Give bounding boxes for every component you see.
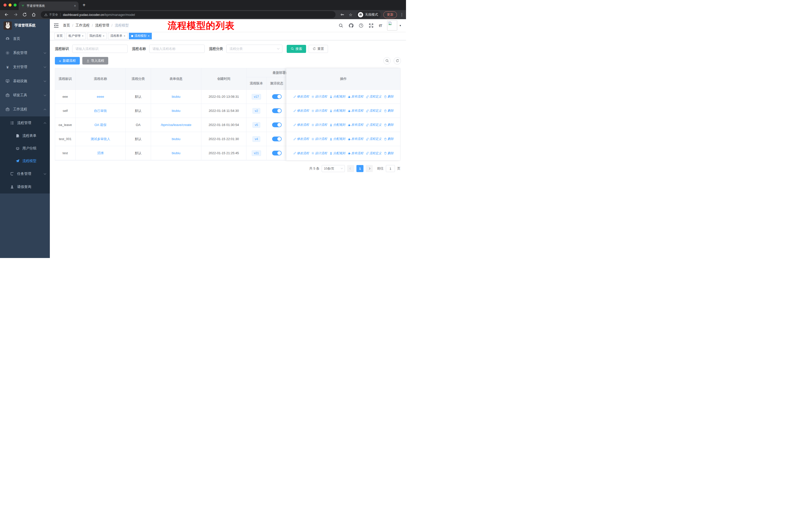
publish-process-link[interactable]: 发布流程 bbox=[348, 94, 364, 99]
tag-process-form[interactable]: 流程表单 × bbox=[108, 33, 127, 39]
design-process-link[interactable]: 设计流程 bbox=[311, 151, 327, 156]
close-icon[interactable]: × bbox=[103, 34, 105, 38]
modify-process-link[interactable]: 修改流程 bbox=[293, 94, 309, 99]
delete-link[interactable]: 删除 bbox=[384, 123, 394, 127]
prev-page-button[interactable] bbox=[347, 165, 354, 172]
tag-tenant-mgmt[interactable]: 租户管理 × bbox=[66, 33, 86, 39]
active-toggle[interactable] bbox=[272, 151, 282, 156]
assign-rule-link[interactable]: 分配规则 bbox=[329, 137, 345, 141]
delete-link[interactable]: 删除 bbox=[384, 94, 394, 99]
design-process-link[interactable]: 设计流程 bbox=[311, 94, 327, 99]
design-process-link[interactable]: 设计流程 bbox=[311, 123, 327, 127]
sidebar-item-process-form[interactable]: 流程表单 bbox=[0, 130, 50, 142]
current-page-button[interactable]: 1 bbox=[356, 165, 364, 172]
version-badge[interactable]: v21 bbox=[252, 151, 261, 156]
publish-process-link[interactable]: 发布流程 bbox=[348, 123, 364, 127]
search-button[interactable]: 搜索 bbox=[287, 45, 306, 53]
show-search-button[interactable] bbox=[383, 57, 390, 64]
modify-process-link[interactable]: 修改流程 bbox=[293, 137, 309, 141]
forward-icon[interactable] bbox=[13, 12, 18, 17]
sidebar-item-workflow[interactable]: 工作流程 bbox=[0, 102, 50, 116]
design-process-link[interactable]: 设计流程 bbox=[311, 109, 327, 113]
sidebar-item-user-group[interactable]: 用户分组 bbox=[0, 142, 50, 155]
modify-process-link[interactable]: 修改流程 bbox=[293, 109, 309, 113]
avatar-caret-icon[interactable]: ▾ bbox=[400, 24, 401, 27]
process-definition-link[interactable]: 流程定义 bbox=[366, 123, 382, 127]
version-badge[interactable]: v2 bbox=[253, 108, 260, 114]
minimize-window-button[interactable] bbox=[8, 3, 11, 6]
process-definition-link[interactable]: 流程定义 bbox=[366, 151, 382, 156]
avatar[interactable] bbox=[387, 20, 397, 30]
active-toggle[interactable] bbox=[272, 123, 282, 127]
design-process-link[interactable]: 设计流程 bbox=[311, 137, 327, 141]
font-size-icon[interactable]: tT bbox=[379, 23, 382, 28]
tag-process-model[interactable]: 流程模型 × bbox=[129, 33, 152, 39]
version-badge[interactable]: v4 bbox=[253, 136, 260, 142]
sidebar-item-infrastructure[interactable]: 基础设施 bbox=[0, 74, 50, 88]
github-icon[interactable] bbox=[349, 23, 353, 28]
delete-link[interactable]: 删除 bbox=[384, 109, 394, 113]
process-category-select[interactable]: 流程分类 bbox=[226, 45, 283, 53]
process-name-input[interactable] bbox=[149, 45, 205, 53]
version-badge[interactable]: v17 bbox=[252, 94, 261, 100]
form-info-link[interactable]: /bpm/oa/leave/create bbox=[161, 123, 191, 127]
breadcrumb-workflow[interactable]: 工作流程 bbox=[76, 23, 90, 28]
sidebar-item-system-mgmt[interactable]: 系统管理 bbox=[0, 46, 50, 60]
close-icon[interactable]: × bbox=[82, 34, 84, 38]
process-name-link[interactable]: 测试多审批人 bbox=[91, 137, 110, 141]
update-button[interactable]: 更新 bbox=[383, 11, 397, 18]
page-size-select[interactable]: 10条/页 bbox=[322, 165, 345, 172]
process-name-link[interactable]: 自己审批 bbox=[94, 109, 107, 113]
sidebar-item-task-mgmt[interactable]: 任务管理 bbox=[0, 167, 50, 181]
assign-rule-link[interactable]: 分配规则 bbox=[329, 94, 345, 99]
sidebar-item-process-mgmt[interactable]: 流程管理 bbox=[0, 116, 50, 130]
process-id-input[interactable] bbox=[72, 45, 127, 53]
sidebar-item-payment-mgmt[interactable]: ¥ 支付管理 bbox=[0, 60, 50, 74]
active-toggle[interactable] bbox=[272, 94, 282, 99]
assign-rule-link[interactable]: 分配规则 bbox=[329, 151, 345, 156]
publish-process-link[interactable]: 发布流程 bbox=[348, 109, 364, 113]
form-info-link[interactable]: biubiu bbox=[172, 137, 180, 141]
form-info-link[interactable]: biubiu bbox=[172, 109, 180, 113]
next-page-button[interactable] bbox=[366, 165, 373, 172]
process-name-link[interactable]: OA 请假 bbox=[94, 123, 107, 127]
bookmark-star-icon[interactable]: ☆ bbox=[349, 12, 352, 17]
sidebar-item-home[interactable]: 首页 bbox=[0, 32, 50, 46]
breadcrumb-process-mgmt[interactable]: 流程管理 bbox=[95, 23, 109, 28]
delete-link[interactable]: 删除 bbox=[384, 137, 394, 141]
publish-process-link[interactable]: 发布流程 bbox=[348, 137, 364, 141]
publish-process-link[interactable]: 发布流程 bbox=[348, 151, 364, 156]
active-toggle[interactable] bbox=[272, 137, 282, 141]
form-info-link[interactable]: biubiu bbox=[172, 95, 180, 99]
sidebar-item-leave-query[interactable]: 请假查询 bbox=[0, 181, 50, 193]
goto-page-input[interactable] bbox=[386, 165, 395, 172]
assign-rule-link[interactable]: 分配规则 bbox=[329, 123, 345, 127]
process-definition-link[interactable]: 流程定义 bbox=[366, 137, 382, 141]
search-icon[interactable] bbox=[339, 23, 343, 28]
process-name-link[interactable]: eeee bbox=[97, 95, 104, 99]
key-icon[interactable] bbox=[340, 12, 344, 17]
reset-button[interactable]: 重置 bbox=[309, 45, 328, 53]
browser-tab[interactable]: 芋道管理系统 × bbox=[19, 1, 79, 10]
modify-process-link[interactable]: 修改流程 bbox=[293, 123, 309, 127]
form-info-link[interactable]: biubiu bbox=[172, 151, 180, 155]
close-icon[interactable]: × bbox=[148, 34, 149, 38]
delete-link[interactable]: 删除 bbox=[384, 151, 394, 156]
zoom-window-button[interactable] bbox=[13, 3, 17, 6]
process-definition-link[interactable]: 流程定义 bbox=[366, 94, 382, 99]
process-definition-link[interactable]: 流程定义 bbox=[366, 109, 382, 113]
window-controls[interactable] bbox=[3, 3, 17, 6]
close-icon[interactable]: × bbox=[123, 34, 125, 38]
address-bar[interactable]: 不安全 dashboard.yudao.iocoder.cn /bpm/mana… bbox=[41, 11, 336, 18]
process-name-link[interactable]: 滔博 bbox=[97, 151, 104, 156]
tab-close-icon[interactable]: × bbox=[74, 4, 76, 8]
create-process-button[interactable]: + 新建流程 bbox=[55, 57, 80, 64]
version-badge[interactable]: v5 bbox=[253, 122, 260, 128]
tag-my-process[interactable]: 我的流程 × bbox=[87, 33, 107, 39]
reload-icon[interactable] bbox=[22, 12, 27, 17]
sidebar-item-dev-tools[interactable]: 研发工具 bbox=[0, 88, 50, 102]
modify-process-link[interactable]: 修改流程 bbox=[293, 151, 309, 156]
close-window-button[interactable] bbox=[3, 3, 6, 6]
assign-rule-link[interactable]: 分配规则 bbox=[329, 109, 345, 113]
back-icon[interactable] bbox=[4, 12, 9, 17]
